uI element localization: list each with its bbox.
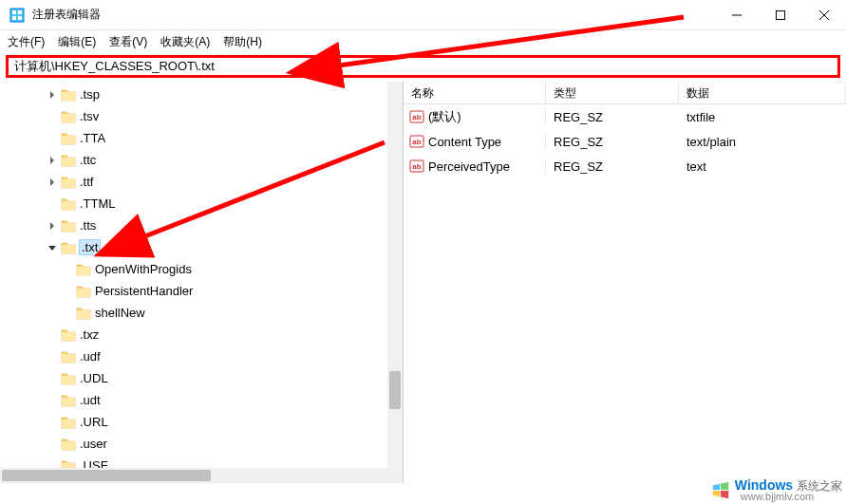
- column-name[interactable]: 名称: [404, 82, 546, 103]
- tree-item[interactable]: .tsv: [0, 105, 403, 127]
- column-type[interactable]: 类型: [546, 82, 679, 103]
- tree-item[interactable]: .TTA: [0, 127, 403, 149]
- tree-toggle: [46, 416, 59, 429]
- svg-marker-11: [50, 178, 54, 186]
- tree-toggle[interactable]: [46, 241, 59, 254]
- tree-item-label[interactable]: .udf: [80, 349, 101, 364]
- string-value-icon: ab: [409, 134, 424, 149]
- tree-item-label[interactable]: .TTML: [80, 196, 116, 211]
- tree-item-label[interactable]: .txz: [80, 327, 99, 342]
- tree-toggle: [46, 438, 59, 451]
- maximize-button[interactable]: [759, 0, 802, 30]
- tree-toggle: [61, 285, 74, 298]
- tree-item-label[interactable]: OpenWithProgids: [95, 262, 192, 276]
- tree-toggle: [46, 350, 59, 364]
- tree-item-label[interactable]: .UDL: [80, 371, 108, 385]
- tree-item-label[interactable]: .tts: [80, 218, 96, 233]
- tree-item[interactable]: .tsp: [0, 84, 403, 105]
- menu-file[interactable]: 文件(F): [8, 34, 45, 50]
- svg-rect-1: [12, 10, 16, 14]
- folder-icon: [61, 438, 76, 451]
- value-type: REG_SZ: [546, 156, 679, 177]
- tree-item[interactable]: .URL: [0, 411, 403, 433]
- window-title: 注册表编辑器: [32, 7, 715, 23]
- close-button[interactable]: [802, 0, 846, 30]
- tree-item[interactable]: OpenWithProgids: [0, 258, 403, 280]
- svg-text:ab: ab: [412, 138, 421, 146]
- tree-toggle[interactable]: [46, 154, 59, 167]
- folder-icon: [61, 110, 76, 123]
- tree-scrollbar-horizontal[interactable]: [0, 468, 387, 483]
- scrollbar-thumb[interactable]: [2, 470, 211, 481]
- value-name: (默认): [428, 108, 461, 125]
- list-row[interactable]: abContent TypeREG_SZtext/plain: [404, 129, 846, 154]
- tree-item-label[interactable]: shellNew: [95, 306, 145, 320]
- menu-view[interactable]: 查看(V): [109, 34, 147, 50]
- tree-item-label[interactable]: .URL: [80, 415, 108, 429]
- tree-item[interactable]: .txt: [0, 236, 403, 258]
- folder-icon: [61, 372, 76, 385]
- list-row[interactable]: abPerceivedTypeREG_SZtext: [404, 154, 846, 178]
- tree-item[interactable]: .UDL: [0, 367, 403, 389]
- tree-toggle[interactable]: [46, 88, 59, 102]
- folder-icon: [61, 416, 76, 429]
- tree-item-label[interactable]: .udt: [80, 393, 101, 407]
- menubar: 文件(F) 编辑(E) 查看(V) 收藏夹(A) 帮助(H): [0, 30, 846, 53]
- svg-marker-12: [50, 222, 54, 230]
- folder-icon: [61, 132, 76, 145]
- value-data: text/plain: [679, 131, 846, 153]
- list-row[interactable]: ab(默认)REG_SZtxtfile: [404, 104, 846, 129]
- windows-logo-icon: [710, 480, 731, 501]
- values-panel: 名称 类型 数据 ab(默认)REG_SZtxtfileabContent Ty…: [404, 82, 846, 483]
- tree-item[interactable]: .user: [0, 433, 403, 455]
- menu-help[interactable]: 帮助(H): [223, 34, 262, 50]
- value-name: PerceivedType: [428, 159, 510, 174]
- column-data[interactable]: 数据: [679, 82, 846, 103]
- window-controls: [715, 0, 846, 30]
- tree-toggle[interactable]: [46, 219, 59, 233]
- tree-panel: .tsp.tsv.TTA.ttc.ttf.TTML.tts.txtOpenWit…: [0, 82, 404, 483]
- tree-item[interactable]: .txz: [0, 324, 403, 345]
- folder-icon: [61, 88, 76, 102]
- address-bar[interactable]: 计算机\HKEY_CLASSES_ROOT\.txt: [6, 55, 840, 78]
- tree-toggle: [46, 197, 59, 211]
- folder-icon: [76, 285, 91, 298]
- tree-item-label[interactable]: .tsp: [80, 87, 100, 102]
- string-value-icon: ab: [409, 159, 424, 174]
- minimize-button[interactable]: [715, 0, 759, 30]
- address-path: 计算机\HKEY_CLASSES_ROOT\.txt: [14, 58, 215, 75]
- tree-item[interactable]: .udf: [0, 345, 403, 367]
- tree-item-label[interactable]: .user: [80, 437, 107, 451]
- tree-item-label[interactable]: .tsv: [80, 109, 99, 123]
- tree-item-label[interactable]: .TTA: [80, 131, 105, 145]
- tree-scrollbar-vertical[interactable]: [387, 82, 403, 483]
- svg-marker-13: [48, 246, 56, 251]
- tree-item[interactable]: .tts: [0, 215, 403, 236]
- folder-icon: [61, 176, 76, 189]
- tree-toggle: [46, 328, 59, 342]
- tree-item-label[interactable]: .ttf: [80, 175, 93, 189]
- tree-item-label[interactable]: .ttc: [80, 153, 96, 167]
- watermark-url: www.bjjmlv.com: [741, 492, 842, 502]
- svg-rect-4: [18, 16, 22, 20]
- tree-item-label[interactable]: .txt: [80, 240, 100, 254]
- string-value-icon: ab: [409, 109, 424, 124]
- menu-edit[interactable]: 编辑(E): [58, 34, 96, 50]
- tree-item-label[interactable]: PersistentHandler: [95, 284, 193, 298]
- tree-toggle[interactable]: [46, 176, 59, 189]
- folder-icon: [61, 241, 76, 254]
- tree-item[interactable]: .TTML: [0, 193, 403, 215]
- tree-item[interactable]: PersistentHandler: [0, 280, 403, 302]
- folder-icon: [61, 219, 76, 233]
- tree-toggle: [46, 394, 59, 407]
- svg-marker-24: [721, 481, 728, 489]
- tree-item[interactable]: .ttf: [0, 171, 403, 193]
- scrollbar-thumb[interactable]: [389, 371, 401, 409]
- tree-item[interactable]: .udt: [0, 389, 403, 411]
- tree-item[interactable]: shellNew: [0, 302, 403, 324]
- value-type: REG_SZ: [546, 106, 679, 128]
- menu-favorites[interactable]: 收藏夹(A): [160, 34, 210, 50]
- folder-icon: [61, 394, 76, 407]
- tree-item[interactable]: .ttc: [0, 149, 403, 171]
- folder-icon: [76, 263, 91, 276]
